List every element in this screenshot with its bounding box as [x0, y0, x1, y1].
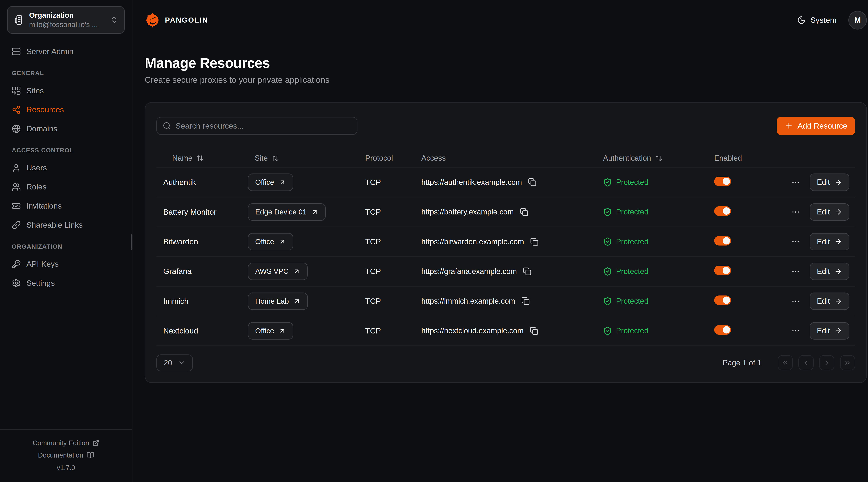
previous-page-button[interactable]	[798, 355, 813, 370]
toggle-knob	[723, 326, 730, 333]
access-url: https://grafana.example.com	[421, 267, 517, 276]
sidebar-item-server-admin[interactable]: Server Admin	[7, 43, 125, 61]
user-icon	[12, 163, 21, 172]
table-row: Battery Monitor Edge Device 01 TCP https…	[156, 197, 855, 227]
column-header-authentication[interactable]: Authentication	[603, 154, 714, 162]
authentication-status: Protected	[616, 237, 648, 246]
ellipsis-icon	[791, 178, 800, 187]
arrow-up-right-icon	[279, 179, 286, 186]
resources-card: Add Resource Name Site Protocol	[145, 102, 867, 383]
enabled-toggle[interactable]	[714, 236, 731, 246]
edit-button[interactable]: Edit	[810, 233, 849, 250]
sidebar-item-invitations[interactable]: Invitations	[7, 197, 125, 215]
copy-button[interactable]	[520, 208, 528, 216]
arrow-up-right-icon	[293, 268, 300, 275]
table-body: Authentik Office TCP https://authentik.e…	[156, 168, 855, 346]
site-link-button[interactable]: Office	[248, 233, 293, 250]
site-link-button[interactable]: Home Lab	[248, 292, 308, 310]
toggle-knob	[723, 267, 730, 274]
edit-button[interactable]: Edit	[810, 173, 849, 191]
authentication-cell: Protected	[603, 207, 714, 217]
copy-button[interactable]	[521, 297, 530, 305]
edit-button[interactable]: Edit	[810, 203, 849, 221]
sidebar-scrollbar-thumb[interactable]	[131, 234, 132, 250]
copy-button[interactable]	[528, 178, 536, 186]
copy-button[interactable]	[523, 267, 531, 276]
sidebar-item-shareable-links[interactable]: Shareable Links	[7, 216, 125, 234]
sidebar-item-label: Shareable Links	[26, 221, 83, 230]
page-size-select[interactable]: 20	[156, 354, 193, 371]
sidebar-item-api-keys[interactable]: API Keys	[7, 255, 125, 273]
search-input[interactable]	[176, 122, 351, 130]
authentication-cell: Protected	[603, 178, 714, 187]
access-cell: https://nextcloud.example.com	[421, 326, 603, 335]
row-menu-button[interactable]	[790, 176, 801, 188]
enabled-toggle[interactable]	[714, 176, 731, 186]
enabled-toggle[interactable]	[714, 295, 731, 305]
resource-name: Battery Monitor	[156, 207, 248, 217]
row-menu-button[interactable]	[790, 295, 801, 307]
resource-name: Nextcloud	[156, 326, 248, 335]
enabled-cell	[714, 325, 781, 336]
community-edition-link[interactable]: Community Edition	[0, 437, 132, 449]
copy-button[interactable]	[530, 237, 538, 246]
copy-button[interactable]	[530, 327, 538, 335]
site-link-button[interactable]: AWS VPC	[248, 263, 308, 280]
sidebar-section-access-control: ACCESS CONTROL	[12, 147, 120, 154]
row-menu-button[interactable]	[790, 236, 801, 248]
table-row: Nextcloud Office TCP https://nextcloud.e…	[156, 316, 855, 346]
access-url: https://immich.example.com	[421, 297, 515, 306]
moon-icon	[797, 15, 806, 25]
actions-cell: Edit	[781, 233, 855, 250]
sidebar-item-resources[interactable]: Resources	[7, 101, 125, 119]
sidebar-item-label: Sites	[26, 86, 44, 95]
page-info: Page 1 of 1	[723, 359, 762, 367]
sidebar-section-general: GENERAL	[12, 70, 120, 77]
sidebar-item-domains[interactable]: Domains	[7, 120, 125, 138]
sidebar-item-label: API Keys	[26, 260, 59, 268]
add-resource-button[interactable]: Add Resource	[777, 117, 855, 135]
row-menu-button[interactable]	[790, 266, 801, 277]
brand-logo: PANGOLIN	[145, 12, 208, 28]
enabled-toggle[interactable]	[714, 325, 731, 335]
arrow-right-icon	[834, 297, 842, 305]
sidebar-item-sites[interactable]: Sites	[7, 82, 125, 100]
row-menu-button[interactable]	[790, 206, 801, 218]
site-link-button[interactable]: Office	[248, 173, 293, 191]
sidebar-item-roles[interactable]: Roles	[7, 178, 125, 196]
server-icon	[12, 47, 21, 56]
enabled-toggle[interactable]	[714, 206, 731, 216]
column-header-site[interactable]: Site	[248, 154, 365, 162]
site-cell: Edge Device 01	[248, 203, 365, 221]
org-selector[interactable]: Organization milo@fossorial.io's ...	[7, 6, 125, 34]
row-menu-button[interactable]	[790, 325, 801, 336]
ellipsis-icon	[791, 207, 800, 217]
sidebar-item-settings[interactable]: Settings	[7, 274, 125, 292]
enabled-toggle[interactable]	[714, 266, 731, 275]
shield-check-icon	[603, 326, 612, 335]
site-link-button[interactable]: Office	[248, 322, 293, 340]
chevron-right-icon	[823, 359, 831, 366]
first-page-button[interactable]	[778, 355, 793, 370]
edit-button[interactable]: Edit	[810, 263, 849, 280]
last-page-button[interactable]	[840, 355, 855, 370]
column-header-name[interactable]: Name	[156, 154, 248, 162]
toggle-knob	[723, 296, 730, 304]
sidebar-item-label: Settings	[26, 279, 55, 288]
sort-icon	[272, 155, 279, 162]
edit-button[interactable]: Edit	[810, 322, 849, 340]
avatar[interactable]: M	[848, 11, 867, 30]
next-page-button[interactable]	[819, 355, 834, 370]
ellipsis-icon	[791, 297, 800, 306]
book-open-icon	[87, 452, 94, 459]
sidebar-item-users[interactable]: Users	[7, 159, 125, 177]
authentication-status: Protected	[616, 208, 648, 216]
site-link-button[interactable]: Edge Device 01	[248, 203, 326, 221]
resources-table: Name Site Protocol Access Authentication	[156, 149, 855, 346]
documentation-link[interactable]: Documentation	[0, 449, 132, 461]
toggle-knob	[723, 207, 730, 215]
theme-toggle-button[interactable]: System	[797, 15, 837, 25]
arrow-right-icon	[834, 238, 842, 246]
edit-button[interactable]: Edit	[810, 292, 849, 310]
arrow-up-right-icon	[293, 297, 301, 305]
